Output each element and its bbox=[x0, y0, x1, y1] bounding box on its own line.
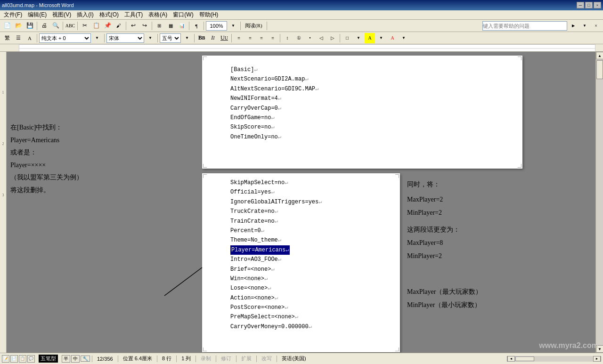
menu-tools[interactable]: 工具(T) bbox=[122, 10, 146, 20]
corner-br bbox=[395, 348, 399, 351]
menu-edit[interactable]: 编辑(E) bbox=[25, 10, 49, 20]
font-color-button[interactable]: A bbox=[387, 33, 398, 43]
doc-line: Official=yes↵ bbox=[230, 187, 376, 197]
page-2-text: SkipMapSelect=no↵ Official=yes↵ IgnoreGl… bbox=[230, 178, 376, 332]
corner-br bbox=[518, 164, 522, 168]
insert-columns-button[interactable]: ▦ bbox=[165, 21, 176, 31]
annotation-new-max: MaxPlayer=8 bbox=[407, 236, 515, 250]
fontsize-dropdown[interactable]: ▼ bbox=[182, 33, 192, 43]
insert-table-button[interactable]: ⊞ bbox=[154, 21, 164, 31]
menu-insert[interactable]: 插入(I) bbox=[74, 10, 96, 20]
save-button[interactable] bbox=[24, 21, 35, 31]
window-controls: ─ □ × bbox=[577, 2, 601, 8]
scroll-down-button[interactable]: ▼ bbox=[596, 345, 603, 353]
maximize-button[interactable]: □ bbox=[585, 2, 593, 8]
hscroll-right[interactable]: ► bbox=[593, 356, 601, 362]
annotation-explain-min: MinPlayer（最小玩家数） bbox=[407, 299, 515, 312]
insert-chart-button[interactable]: 📊 bbox=[177, 21, 187, 31]
page-2-content: SkipMapSelect=no↵ Official=yes↵ IgnoreGl… bbox=[202, 173, 400, 352]
align-center-button[interactable]: ≡ bbox=[245, 33, 255, 43]
show-hide-button[interactable]: ¶ bbox=[191, 21, 202, 31]
corner-bl bbox=[203, 164, 207, 168]
open-button[interactable] bbox=[13, 21, 24, 31]
menu-window[interactable]: 窗口(W) bbox=[170, 10, 196, 20]
pane-close-button[interactable]: × bbox=[591, 21, 601, 31]
hscroll-thumb[interactable] bbox=[515, 356, 534, 361]
annotation-original-max: MaxPlayer=2 bbox=[407, 193, 515, 206]
format-painter-button[interactable]: 🖌 bbox=[114, 21, 124, 31]
style-select[interactable]: 纯文本 + 0 bbox=[39, 33, 91, 43]
annotation-new-min: MinPlayer=2 bbox=[407, 250, 515, 263]
help-menu-button[interactable]: ▼ bbox=[579, 21, 590, 31]
page-2-wrapper: SkipMapSelect=no↵ Official=yes↵ IgnoreGl… bbox=[202, 173, 522, 352]
align-left-button[interactable]: ≡ bbox=[234, 33, 244, 43]
paste-button[interactable] bbox=[102, 21, 113, 31]
new-button[interactable] bbox=[2, 21, 12, 31]
align-right-button[interactable]: ≡ bbox=[256, 33, 267, 43]
scroll-up-button[interactable]: ▲ bbox=[596, 52, 603, 59]
bold-button[interactable]: B bbox=[196, 33, 207, 43]
spell-check-button[interactable]: ABC bbox=[65, 21, 75, 31]
style-dropdown[interactable]: ▼ bbox=[92, 33, 102, 43]
line-spacing-button[interactable]: ↕ bbox=[282, 33, 293, 43]
fontsize-select[interactable]: 五号 bbox=[160, 33, 181, 43]
toolbar-standard: 🖨 🔍 ABC 🖌 ⊞ ▦ 📊 ¶ ▼ 阅读(R) ▶ ▼ × bbox=[0, 20, 603, 32]
doc-line: SkipMapSelect=no↵ bbox=[230, 178, 376, 187]
menu-bar: 文件(F) 编辑(E) 视图(V) 插入(I) 格式(O) 工具(T) 表格(A… bbox=[0, 10, 603, 20]
menu-table[interactable]: 表格(A) bbox=[146, 10, 170, 20]
increase-indent-button[interactable]: ▷ bbox=[327, 33, 338, 43]
help-search-button[interactable]: ▶ bbox=[568, 21, 579, 31]
zoom-input[interactable] bbox=[206, 21, 227, 31]
italic-button[interactable]: I bbox=[208, 33, 218, 43]
numbering-button[interactable]: ① bbox=[293, 33, 304, 43]
font-style-button[interactable]: ☰ bbox=[13, 33, 24, 43]
hscroll-track[interactable]: ◄ ► bbox=[507, 356, 601, 362]
menu-help[interactable]: 帮助(H) bbox=[196, 10, 221, 20]
print-preview-button[interactable]: 🔍 bbox=[50, 21, 61, 31]
ime-buttons: 半 中 🔧 bbox=[62, 355, 90, 363]
close-button[interactable]: × bbox=[594, 2, 601, 8]
menu-view[interactable]: 视图(V) bbox=[49, 10, 74, 20]
vertical-scrollbar[interactable]: ▲ ▼ bbox=[595, 52, 603, 353]
undo-button[interactable] bbox=[128, 21, 139, 31]
zoom-dropdown[interactable]: ▼ bbox=[228, 21, 238, 31]
border-dropdown[interactable]: ▼ bbox=[353, 33, 364, 43]
scroll-thumb[interactable] bbox=[596, 60, 603, 79]
minimize-button[interactable]: ─ bbox=[577, 2, 584, 8]
help-search-input[interactable] bbox=[482, 21, 567, 31]
toolbar-separator bbox=[340, 34, 340, 42]
doc-line: CarryOverMoney=0.000000↵ bbox=[230, 322, 376, 332]
bullets-button[interactable]: • bbox=[305, 33, 315, 43]
underline-button[interactable]: U bbox=[219, 33, 229, 43]
scroll-track[interactable] bbox=[596, 59, 603, 345]
outside-border-button[interactable]: □ bbox=[342, 33, 352, 43]
menu-file[interactable]: 文件(F) bbox=[1, 10, 25, 20]
hscroll-left[interactable]: ◄ bbox=[507, 356, 515, 362]
doc-line: IgnoreGlobalAITriggers=yes↵ bbox=[230, 197, 376, 207]
page-1: [Basic]↵ NextScenario=GDI2A.map↵ AltNext… bbox=[202, 56, 522, 169]
show-format-button[interactable]: A bbox=[24, 33, 35, 43]
status-track: 修订 bbox=[218, 354, 234, 363]
status-icon-2: 📄 bbox=[10, 355, 18, 363]
toolbar-separator bbox=[194, 34, 195, 42]
highlight-button[interactable]: A bbox=[365, 33, 375, 43]
font-select[interactable]: 宋体 bbox=[106, 33, 144, 43]
page-1-text: [Basic]↵ NextScenario=GDI2A.map↵ AltNext… bbox=[230, 65, 499, 142]
font-color-dropdown[interactable]: ▼ bbox=[399, 33, 409, 43]
copy-button[interactable] bbox=[91, 21, 101, 31]
redo-button[interactable] bbox=[139, 21, 150, 31]
menu-format[interactable]: 格式(O) bbox=[97, 10, 122, 20]
print-button[interactable]: 🖨 bbox=[39, 21, 49, 31]
cut-button[interactable] bbox=[80, 21, 90, 31]
highlight-dropdown[interactable]: ▼ bbox=[376, 33, 386, 43]
decrease-indent-button[interactable]: ◁ bbox=[316, 33, 326, 43]
font-dropdown[interactable]: ▼ bbox=[145, 33, 155, 43]
left-annotation-panel: 在[Basic]中找到： Player=Americans 或者是： Playe… bbox=[7, 52, 129, 353]
status-record: 录制 bbox=[198, 354, 214, 363]
justify-button[interactable]: ≡ bbox=[268, 33, 278, 43]
toolbar-separator bbox=[267, 22, 267, 30]
corner-tl bbox=[203, 57, 207, 60]
page-1-content: [Basic]↵ NextScenario=GDI2A.map↵ AltNext… bbox=[202, 56, 522, 169]
read-mode-button[interactable]: 阅读(R) bbox=[243, 21, 265, 31]
styles-dropdown-button[interactable]: 繁 bbox=[2, 33, 12, 43]
